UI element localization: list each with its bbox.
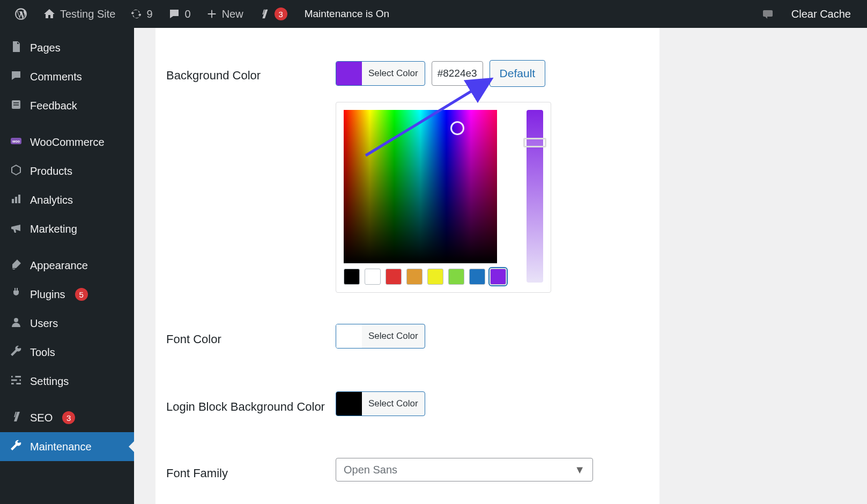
sidebar-item-analytics[interactable]: Analytics xyxy=(0,186,134,214)
new-content[interactable]: New xyxy=(198,0,251,28)
palette-swatch[interactable] xyxy=(448,269,464,285)
sidebar-item-label: Maintenance xyxy=(30,441,92,453)
svg-rect-6 xyxy=(12,199,14,203)
yoast-bar[interactable]: 3 xyxy=(251,0,295,28)
maintenance-status[interactable]: Maintenance is On xyxy=(295,8,399,20)
admin-sidebar: Pages Comments Feedback woo WooCommerce … xyxy=(0,28,134,504)
label-font-family: Font Family xyxy=(166,458,336,481)
bg-color-swatch xyxy=(336,62,362,85)
clear-cache[interactable]: Clear Cache xyxy=(782,8,861,20)
font-color-swatch xyxy=(336,324,362,348)
sidebar-item-feedback[interactable]: Feedback xyxy=(0,91,134,120)
comments-bar[interactable]: 0 xyxy=(160,0,198,28)
sidebar-item-label: Comments xyxy=(30,71,82,83)
color-picker xyxy=(336,102,551,293)
hue-handle xyxy=(523,138,546,147)
saturation-area[interactable] xyxy=(344,110,497,263)
label-login-bg-color: Login Block Background Color xyxy=(166,391,336,415)
saturation-handle xyxy=(450,121,464,135)
wp-logo[interactable] xyxy=(6,0,35,28)
font-color-select[interactable]: Select Color xyxy=(336,324,425,349)
chevron-down-icon: ▼ xyxy=(574,464,585,476)
plugins-badge: 5 xyxy=(75,288,88,301)
sidebar-item-seo[interactable]: SEO 3 xyxy=(0,403,134,432)
speech-icon xyxy=(761,8,774,20)
palette-swatch[interactable] xyxy=(427,269,443,285)
svg-rect-7 xyxy=(15,197,17,203)
sidebar-item-label: Pages xyxy=(30,42,61,54)
user-icon xyxy=(10,316,23,331)
refresh-icon xyxy=(130,8,142,20)
sidebar-item-settings[interactable]: Settings xyxy=(0,367,134,396)
palette-swatch[interactable] xyxy=(490,269,506,285)
form-icon xyxy=(10,98,23,114)
sidebar-item-label: SEO xyxy=(30,412,53,424)
yoast-icon xyxy=(258,8,270,20)
sidebar-item-label: WooCommerce xyxy=(30,136,105,149)
updates[interactable]: 9 xyxy=(123,0,160,28)
plus-icon xyxy=(206,8,218,20)
yoast-badge: 3 xyxy=(275,8,287,20)
bg-default-button[interactable]: Default xyxy=(490,60,546,87)
sidebar-item-users[interactable]: Users xyxy=(0,309,134,338)
sidebar-item-label: Appearance xyxy=(30,260,88,272)
color-palette xyxy=(344,269,506,285)
sidebar-item-label: Analytics xyxy=(30,194,73,206)
palette-swatch[interactable] xyxy=(344,269,360,285)
svg-point-13 xyxy=(13,375,16,378)
page-icon xyxy=(10,40,23,56)
select-color-label: Select Color xyxy=(362,68,425,79)
new-label: New xyxy=(222,8,243,20)
bg-color-select[interactable]: Select Color xyxy=(336,61,425,86)
admin-bar: Testing Site 9 0 New 3 Maintenance is On… xyxy=(0,0,867,28)
sidebar-item-comments[interactable]: Comments xyxy=(0,62,134,91)
sidebar-item-label: Marketing xyxy=(30,223,77,235)
sidebar-item-label: Feedback xyxy=(30,100,77,112)
sidebar-item-marketing[interactable]: Marketing xyxy=(0,214,134,243)
site-name: Testing Site xyxy=(60,8,115,20)
row-login-bg-color: Login Block Background Color Select Colo… xyxy=(166,391,638,418)
login-color-swatch xyxy=(336,392,362,416)
svg-point-9 xyxy=(14,318,18,322)
svg-rect-8 xyxy=(18,195,20,203)
row-background-color: Background Color Select Color xyxy=(166,60,638,293)
login-color-select[interactable]: Select Color xyxy=(336,391,425,416)
svg-rect-2 xyxy=(13,102,19,103)
font-family-select[interactable]: Open Sans ▼ xyxy=(336,458,593,481)
box-icon xyxy=(10,164,23,179)
wrench-icon xyxy=(10,345,23,360)
megaphone-icon xyxy=(10,221,23,237)
sidebar-item-pages[interactable]: Pages xyxy=(0,33,134,62)
comment-icon xyxy=(10,69,23,85)
row-font-family: Font Family Open Sans ▼ xyxy=(166,458,638,481)
sidebar-item-woocommerce[interactable]: woo WooCommerce xyxy=(0,128,134,157)
sidebar-item-products[interactable]: Products xyxy=(0,157,134,186)
svg-rect-3 xyxy=(13,105,19,106)
woo-icon: woo xyxy=(10,135,23,150)
palette-swatch[interactable] xyxy=(386,269,402,285)
yoast-icon xyxy=(10,410,23,426)
sidebar-item-label: Tools xyxy=(30,346,55,359)
sidebar-item-label: Products xyxy=(30,165,72,177)
bg-color-input[interactable] xyxy=(432,61,483,86)
label-background-color: Background Color xyxy=(166,60,336,84)
palette-swatch[interactable] xyxy=(365,269,381,285)
font-family-value: Open Sans xyxy=(344,464,397,476)
hue-slider[interactable] xyxy=(527,110,543,283)
svg-point-15 xyxy=(14,382,17,385)
svg-text:woo: woo xyxy=(12,139,20,143)
palette-swatch[interactable] xyxy=(406,269,423,285)
notifications[interactable] xyxy=(754,0,782,28)
sidebar-item-maintenance[interactable]: Maintenance xyxy=(0,432,134,461)
label-font-color: Font Color xyxy=(166,324,336,347)
sidebar-item-label: Plugins xyxy=(30,288,65,301)
seo-badge: 3 xyxy=(62,411,75,424)
home-icon xyxy=(43,8,56,20)
sidebar-item-appearance[interactable]: Appearance xyxy=(0,251,134,280)
site-home[interactable]: Testing Site xyxy=(35,0,123,28)
wrench-icon xyxy=(10,439,23,455)
sidebar-item-tools[interactable]: Tools xyxy=(0,338,134,367)
sidebar-item-plugins[interactable]: Plugins 5 xyxy=(0,280,134,309)
palette-swatch[interactable] xyxy=(469,269,485,285)
settings-panel: Background Color Select Color xyxy=(155,28,659,504)
